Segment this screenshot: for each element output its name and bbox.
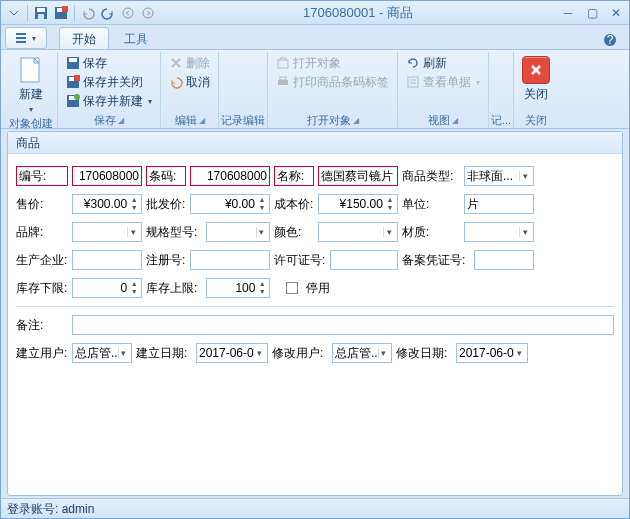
undo-icon bbox=[169, 75, 183, 89]
save-close-button[interactable]: 保存并关闭 bbox=[62, 73, 156, 91]
view-list-button[interactable]: ▾ bbox=[5, 27, 47, 49]
label-disabled: 停用 bbox=[306, 280, 330, 297]
field-create-user[interactable]: ▾ bbox=[72, 343, 132, 363]
field-code[interactable] bbox=[72, 166, 142, 186]
label-price: 售价: bbox=[16, 196, 68, 213]
group-create: 新建 ▾ 对象创建 bbox=[5, 52, 58, 128]
print-barcode-button[interactable]: 打印商品条码标签 bbox=[272, 73, 393, 91]
undo-icon[interactable] bbox=[79, 4, 97, 22]
field-material[interactable]: ▾ bbox=[464, 222, 534, 242]
history-fwd-icon[interactable] bbox=[139, 4, 157, 22]
group-record-edit: 记录编辑 bbox=[219, 52, 268, 128]
view-form-button[interactable]: 查看单据▾ bbox=[402, 73, 484, 91]
group-edit: 删除 取消 编辑 bbox=[161, 52, 219, 128]
group-label: 记录编辑 bbox=[221, 112, 265, 128]
group-label: 保存 bbox=[94, 112, 124, 128]
help-icon[interactable]: ? bbox=[603, 33, 619, 49]
field-recordno[interactable] bbox=[474, 250, 534, 270]
minimize-button[interactable]: ─ bbox=[559, 5, 577, 21]
group-label: 编辑 bbox=[175, 112, 205, 128]
delete-button[interactable]: 删除 bbox=[165, 54, 214, 72]
label-brand: 品牌: bbox=[16, 224, 68, 241]
new-document-icon bbox=[19, 56, 43, 84]
form: 编号: 条码: 名称: 商品类型: ▾ 售价: ▲▼ 批发价: ▲▼ 成本价: … bbox=[8, 154, 622, 373]
save-close-icon bbox=[66, 75, 80, 89]
group-view: 刷新 查看单据▾ 视图 bbox=[398, 52, 489, 128]
field-remark[interactable] bbox=[72, 315, 614, 335]
panel-title: 商品 bbox=[8, 132, 622, 154]
svg-rect-2 bbox=[38, 14, 44, 19]
field-create-date[interactable]: ▾ bbox=[196, 343, 268, 363]
field-unit[interactable] bbox=[464, 194, 534, 214]
close-button[interactable]: 关闭 bbox=[518, 54, 554, 105]
save-button[interactable]: 保存 bbox=[62, 54, 156, 72]
new-button[interactable]: 新建 ▾ bbox=[13, 54, 49, 116]
save-icon[interactable] bbox=[32, 4, 50, 22]
save-new-icon bbox=[66, 94, 80, 108]
history-back-icon[interactable] bbox=[119, 4, 137, 22]
status-login-prefix: 登录账号: bbox=[7, 502, 62, 516]
divider bbox=[16, 306, 614, 307]
label-color: 颜色: bbox=[274, 224, 314, 241]
tab-start[interactable]: 开始 bbox=[59, 27, 109, 49]
field-stockmax[interactable]: ▲▼ bbox=[206, 278, 270, 298]
disabled-checkbox[interactable] bbox=[286, 282, 298, 294]
group-label: 关闭 bbox=[525, 112, 547, 128]
label-stockmax: 库存上限: bbox=[146, 280, 202, 297]
label-code: 编号: bbox=[16, 166, 68, 186]
print-icon bbox=[276, 75, 290, 89]
form-icon bbox=[406, 75, 420, 89]
field-manufacturer[interactable] bbox=[72, 250, 142, 270]
svg-point-6 bbox=[123, 8, 133, 18]
tab-tools[interactable]: 工具 bbox=[111, 27, 161, 49]
group-log: 记... bbox=[489, 52, 514, 128]
group-label: 对象创建 bbox=[9, 116, 53, 131]
svg-rect-23 bbox=[278, 80, 288, 85]
field-category[interactable]: ▾ bbox=[464, 166, 534, 186]
redo-icon[interactable] bbox=[99, 4, 117, 22]
group-save: 保存 保存并关闭 保存并新建▾ 保存 bbox=[58, 52, 161, 128]
label-manufacturer: 生产企业: bbox=[16, 252, 68, 269]
open-icon bbox=[276, 56, 290, 70]
field-regno[interactable] bbox=[190, 250, 270, 270]
field-modify-date[interactable]: ▾ bbox=[456, 343, 528, 363]
open-object-button[interactable]: 打开对象 bbox=[272, 54, 393, 72]
label-remark: 备注: bbox=[16, 317, 68, 334]
svg-rect-15 bbox=[69, 58, 77, 62]
content-panel: 商品 编号: 条码: 名称: 商品类型: ▾ 售价: ▲▼ 批发价: ▲▼ 成本… bbox=[7, 131, 623, 496]
save-close-icon[interactable] bbox=[52, 4, 70, 22]
field-brand[interactable]: ▾ bbox=[72, 222, 142, 242]
svg-point-7 bbox=[143, 8, 153, 18]
status-bar: 登录账号: admin bbox=[1, 498, 629, 518]
ribbon-tabs: ▾ 开始 工具 ? bbox=[1, 25, 629, 49]
label-spec: 规格型号: bbox=[146, 224, 202, 241]
svg-rect-25 bbox=[408, 77, 418, 87]
field-color[interactable]: ▾ bbox=[318, 222, 398, 242]
svg-rect-18 bbox=[74, 75, 80, 81]
group-close: 关闭 关闭 bbox=[514, 52, 558, 128]
cancel-button[interactable]: 取消 bbox=[165, 73, 214, 91]
label-create-date: 建立日期: bbox=[136, 345, 192, 362]
close-icon bbox=[522, 56, 550, 84]
label-cost: 成本价: bbox=[274, 196, 314, 213]
field-stockmin[interactable]: ▲▼ bbox=[72, 278, 142, 298]
maximize-button[interactable]: ▢ bbox=[583, 5, 601, 21]
close-window-button[interactable]: ✕ bbox=[607, 5, 625, 21]
label-material: 材质: bbox=[402, 224, 460, 241]
field-wholesale[interactable]: ▲▼ bbox=[190, 194, 270, 214]
refresh-icon bbox=[406, 56, 420, 70]
field-name[interactable] bbox=[318, 166, 398, 186]
field-cost[interactable]: ▲▼ bbox=[318, 194, 398, 214]
field-license[interactable] bbox=[330, 250, 398, 270]
label-category: 商品类型: bbox=[402, 168, 460, 185]
field-price[interactable]: ▲▼ bbox=[72, 194, 142, 214]
field-spec[interactable]: ▾ bbox=[206, 222, 270, 242]
qat-dropdown[interactable] bbox=[5, 4, 23, 22]
label-unit: 单位: bbox=[402, 196, 460, 213]
save-new-button[interactable]: 保存并新建▾ bbox=[62, 92, 156, 110]
refresh-button[interactable]: 刷新 bbox=[402, 54, 484, 72]
field-modify-user[interactable]: ▾ bbox=[332, 343, 392, 363]
quick-access-toolbar bbox=[5, 4, 157, 22]
svg-point-21 bbox=[74, 94, 80, 100]
field-barcode[interactable] bbox=[190, 166, 270, 186]
